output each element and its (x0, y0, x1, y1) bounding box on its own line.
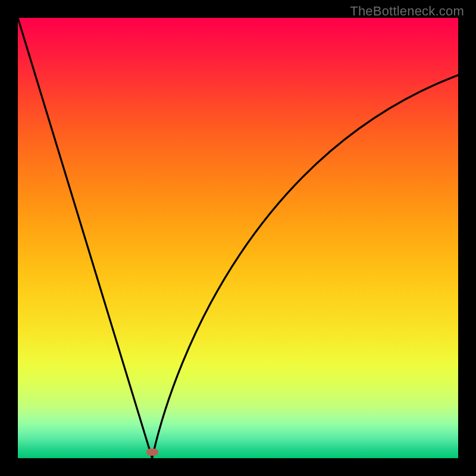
chart-plot-area (18, 18, 458, 458)
chart-curve-layer (18, 18, 458, 458)
watermark-text: TheBottleneck.com (350, 4, 464, 19)
bottleneck-curve (18, 18, 458, 458)
minimum-marker (146, 449, 158, 456)
